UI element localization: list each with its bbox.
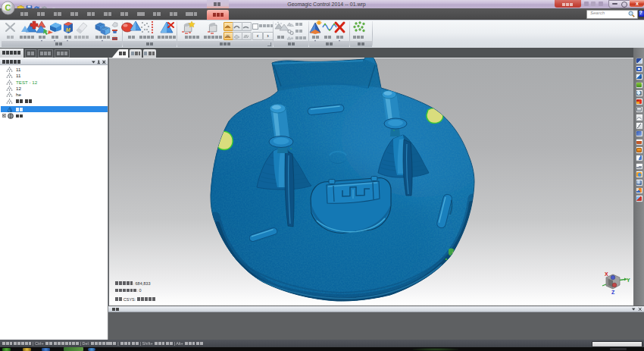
- svg-text:Y: Y: [627, 277, 630, 283]
- svg-text:M: M: [66, 27, 70, 33]
- svg-text:Z: Z: [611, 290, 615, 295]
- svg-text:C: C: [5, 3, 11, 12]
- svg-text:X: X: [605, 271, 608, 277]
